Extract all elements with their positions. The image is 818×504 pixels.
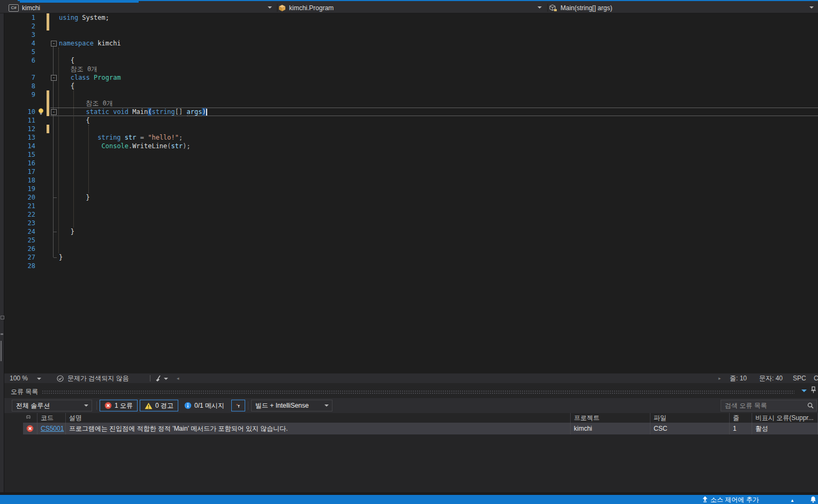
nav-type-dropdown[interactable]: kimchi.Program	[278, 3, 546, 13]
collapsed-panel-strip[interactable]	[0, 13, 4, 492]
info-icon	[184, 402, 192, 409]
strip-separator	[150, 375, 150, 381]
chevron-down-icon	[37, 378, 41, 380]
line-number: 3	[4, 30, 35, 39]
column-header[interactable]: 프로젝트	[571, 413, 650, 423]
line-number: 22	[4, 210, 35, 219]
warnings-toggle-button[interactable]: 0 경고	[140, 400, 178, 411]
code-text: using System;	[59, 13, 109, 22]
error-table-header[interactable]: 코드설명프로젝트파일줄비표시 오류(Suppr...	[23, 413, 818, 423]
line-number: 23	[4, 219, 35, 227]
change-bar	[47, 108, 49, 116]
panel-pin-icon[interactable]	[811, 386, 816, 393]
line-number: 15	[4, 150, 35, 159]
line-number: 16	[4, 159, 35, 167]
fold-toggle[interactable]: -	[51, 75, 57, 81]
nav-project-label: kimchi	[22, 4, 40, 12]
toolbar-separator	[96, 401, 97, 410]
line-number: 8	[4, 82, 35, 90]
nav-member-dropdown[interactable]: Main(string[] args)	[549, 3, 818, 13]
line-number: 6	[4, 56, 35, 65]
line-number: 14	[4, 142, 35, 150]
collapsed-tab-mark	[1, 316, 4, 319]
error-list-search-input[interactable]	[721, 400, 817, 411]
line-number: 1	[4, 13, 35, 22]
fold-toggle[interactable]: -	[51, 109, 57, 115]
error-icon	[104, 402, 112, 409]
column-indicator: 문자: 40	[759, 373, 783, 383]
line-number: 18	[4, 176, 35, 185]
space-indicator: SPC	[793, 373, 806, 383]
code-lines: 1using System;234-namespace kimchi56 { 참…	[4, 13, 818, 270]
column-header[interactable]: 코드	[37, 413, 66, 423]
line-number: 25	[4, 236, 35, 245]
code-cleanup-dropdown[interactable]	[164, 373, 168, 383]
error-code-link[interactable]: CS5001	[41, 425, 64, 432]
toolbar-separator	[248, 401, 248, 410]
code-text: namespace kimchi	[59, 39, 121, 48]
lightbulb-icon[interactable]	[37, 108, 45, 116]
nav-separator	[547, 4, 548, 12]
severity-error-icon	[23, 423, 37, 434]
error-code-link[interactable]: CS5001	[37, 423, 66, 434]
error-table-row[interactable]: CS5001프로그램에는 진입점에 적합한 정적 'Main' 메서드가 포함되…	[23, 423, 818, 434]
errors-toggle-button[interactable]: 1 오류	[100, 400, 138, 411]
code-row: 26	[4, 245, 818, 253]
column-header[interactable]: 줄	[730, 413, 752, 423]
code-editor[interactable]: 1using System;234-namespace kimchi56 { 참…	[4, 13, 818, 373]
code-row: 12	[4, 125, 818, 133]
code-text: static void Main(string[] args)	[59, 108, 207, 116]
line-number: 28	[4, 262, 35, 270]
caret-up-icon[interactable]: ▲	[790, 497, 794, 504]
feedback-bell-icon[interactable]	[810, 496, 816, 503]
severity-column-header[interactable]	[23, 413, 37, 423]
search-icon[interactable]	[807, 402, 814, 409]
code-text: }	[59, 227, 74, 236]
code-row: 4-namespace kimchi	[4, 39, 818, 48]
change-bar	[47, 99, 49, 108]
code-row: 18	[4, 176, 818, 185]
source-control-arrow-icon	[702, 496, 708, 502]
chevron-down-icon	[84, 404, 88, 407]
panel-chevron-down-icon[interactable]	[801, 390, 807, 392]
line-number: 10	[4, 108, 35, 116]
panel-drag-grip[interactable]	[42, 390, 794, 394]
column-header[interactable]: 설명	[66, 413, 571, 423]
hscroll-right-arrow[interactable]: ▸	[718, 373, 721, 383]
messages-toggle-button[interactable]: 0/1 메시지	[180, 400, 229, 411]
filter-button[interactable]	[231, 400, 245, 411]
eol-indicator: CR	[814, 373, 818, 383]
codelens-label[interactable]: 참조 0개	[59, 65, 97, 73]
code-text: {	[59, 56, 74, 65]
line-number: 5	[4, 48, 35, 56]
status-bar: 소스 제어에 추가 ▲	[0, 495, 818, 504]
vs-window: C# kimchi kimchi.Program	[0, 0, 818, 504]
zoom-dropdown[interactable]: 100 %	[10, 373, 41, 383]
line-indicator: 줄: 10	[730, 373, 747, 383]
line-number: 7	[4, 73, 35, 82]
nav-project-dropdown[interactable]: C# kimchi	[9, 3, 276, 13]
hscroll-left-arrow[interactable]: ◂	[177, 373, 179, 383]
line-number: 13	[4, 133, 35, 142]
code-row: 19	[4, 185, 818, 193]
codelens-row: 참조 0개	[4, 99, 818, 108]
warning-icon	[145, 402, 153, 409]
column-header[interactable]: 비표시 오류(Suppr...	[752, 413, 818, 423]
line-number: 4	[4, 39, 35, 48]
column-header[interactable]: 파일	[650, 413, 730, 423]
health-status[interactable]: 문제가 검색되지 않음	[67, 373, 129, 383]
add-to-source-control-button[interactable]: 소스 제어에 추가	[710, 495, 759, 504]
scope-dropdown[interactable]: 전체 솔루션	[12, 400, 92, 411]
line-number: 9	[4, 90, 35, 99]
code-row: 24 }	[4, 227, 818, 236]
source-dropdown[interactable]: 빌드 + IntelliSense	[251, 400, 332, 411]
panel-title: 오류 목록	[11, 387, 38, 396]
change-bar	[47, 90, 49, 99]
line-number: 24	[4, 227, 35, 236]
code-row: 1using System;	[4, 13, 818, 22]
warnings-toggle-label: 0 경고	[155, 400, 173, 411]
codelens-row: 참조 0개	[4, 65, 818, 73]
code-row: 10- static void Main(string[] args)	[4, 108, 818, 116]
fold-toggle[interactable]: -	[51, 41, 57, 47]
codelens-label[interactable]: 참조 0개	[59, 99, 113, 108]
